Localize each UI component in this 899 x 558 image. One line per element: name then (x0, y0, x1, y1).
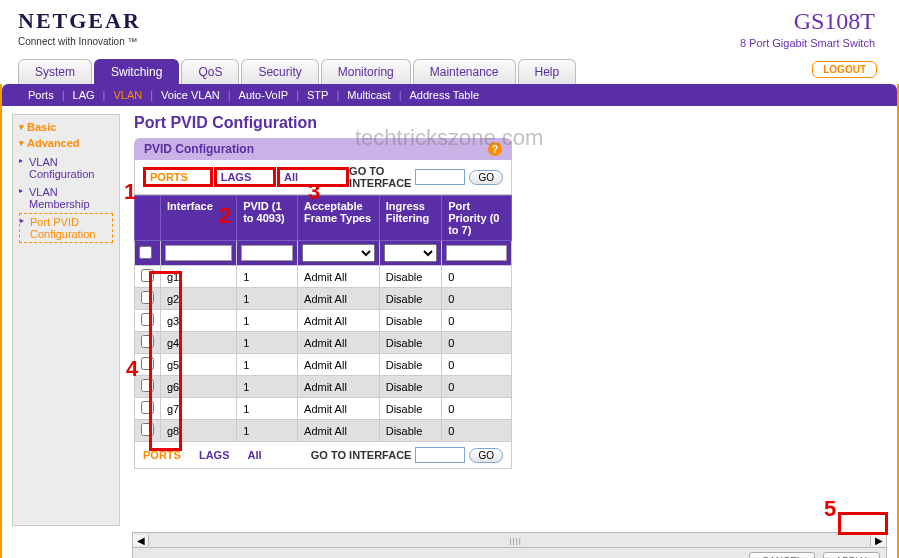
filter-frame-select[interactable] (302, 244, 375, 262)
subnav-address-table[interactable]: Address Table (402, 89, 488, 101)
sidebar-item-vlan-configuration[interactable]: VLAN Configuration (19, 153, 113, 183)
cancel-button[interactable]: CANCEL (749, 552, 816, 558)
subnav-stp[interactable]: STP (299, 89, 336, 101)
sidebar-item-port-pvid[interactable]: Port PVID Configuration (19, 213, 113, 243)
go-button-bottom[interactable]: GO (469, 448, 503, 463)
tab-security[interactable]: Security (241, 59, 318, 84)
filter-row (135, 241, 512, 266)
row-checkbox[interactable] (141, 269, 154, 282)
row-checkbox[interactable] (141, 291, 154, 304)
page-title: Port PVID Configuration (134, 114, 887, 132)
table-row: g31Admit AllDisable0 (135, 310, 512, 332)
subnav-voice-vlan[interactable]: Voice VLAN (153, 89, 228, 101)
subnav-auto-voip[interactable]: Auto-VoIP (231, 89, 297, 101)
filter-bar-top: PORTS LAGS All GO TO INTERFACE GO (134, 160, 512, 195)
goto-label: GO TO INTERFACE (349, 165, 411, 189)
device-description: 8 Port Gigabit Smart Switch (740, 37, 875, 49)
device-model: GS108T (740, 8, 875, 35)
tab-maintenance[interactable]: Maintenance (413, 59, 516, 84)
subnav-ports[interactable]: Ports (20, 89, 62, 101)
subnav-lag[interactable]: LAG (65, 89, 103, 101)
filter-ingress-select[interactable] (384, 244, 437, 262)
logout-button[interactable]: LOGOUT (812, 61, 877, 78)
col-checkbox (135, 196, 161, 241)
panel-title: PVID Configuration (144, 142, 254, 156)
goto-input-bottom[interactable] (415, 447, 465, 463)
brand-block: NETGEAR Connect with Innovation ™ (18, 8, 141, 47)
main-tab-row: System Switching QoS Security Monitoring… (0, 59, 899, 84)
table-row: g21Admit AllDisable0 (135, 288, 512, 310)
filter-ports-bottom[interactable]: PORTS (143, 449, 181, 461)
apply-button[interactable]: APPLY (823, 552, 881, 558)
subnav-vlan[interactable]: VLAN (105, 89, 150, 101)
subnav-multicast[interactable]: Multicast (339, 89, 398, 101)
row-checkbox[interactable] (141, 357, 154, 370)
brand-tagline: Connect with Innovation ™ (18, 36, 141, 47)
col-frame-types: Acceptable Frame Types (298, 196, 380, 241)
tab-qos[interactable]: QoS (181, 59, 239, 84)
filter-all-bottom[interactable]: All (247, 449, 261, 461)
tab-system[interactable]: System (18, 59, 92, 84)
filter-interface[interactable] (165, 245, 232, 261)
go-button[interactable]: GO (469, 170, 503, 185)
table-row: g81Admit AllDisable0 (135, 420, 512, 442)
table-row: g41Admit AllDisable0 (135, 332, 512, 354)
sidebar: Basic Advanced VLAN Configuration VLAN M… (12, 114, 120, 526)
pvid-table: Interface PVID (1 to 4093) Acceptable Fr… (134, 195, 512, 442)
table-row: g71Admit AllDisable0 (135, 398, 512, 420)
scroll-left-arrow[interactable]: ◀ (133, 535, 149, 546)
tab-switching[interactable]: Switching (94, 59, 179, 84)
filter-bar-bottom: PORTS LAGS All GO TO INTERFACE GO (134, 442, 512, 469)
filter-all[interactable]: All (284, 171, 298, 183)
filter-lags[interactable]: LAGS (221, 171, 252, 183)
select-all-checkbox[interactable] (139, 246, 152, 259)
sub-nav: Ports| LAG| VLAN| Voice VLAN| Auto-VoIP|… (2, 84, 897, 106)
table-row: g11Admit AllDisable0 (135, 266, 512, 288)
row-checkbox[interactable] (141, 313, 154, 326)
row-checkbox[interactable] (141, 401, 154, 414)
filter-lags-bottom[interactable]: LAGS (199, 449, 230, 461)
scroll-right-arrow[interactable]: ▶ (870, 535, 886, 546)
col-pvid: PVID (1 to 4093) (237, 196, 298, 241)
sidebar-item-vlan-membership[interactable]: VLAN Membership (19, 183, 113, 213)
col-priority: Port Priority (0 to 7) (442, 196, 512, 241)
goto-input[interactable] (415, 169, 465, 185)
scroll-grip: |||| (510, 536, 522, 545)
main-panel: Port PVID Configuration PVID Configurati… (120, 114, 887, 526)
sidebar-section-basic[interactable]: Basic (19, 121, 113, 133)
device-block: GS108T 8 Port Gigabit Smart Switch (740, 8, 875, 49)
filter-priority[interactable] (446, 245, 507, 261)
col-interface: Interface (161, 196, 237, 241)
filter-pvid[interactable] (241, 245, 293, 261)
table-row: g61Admit AllDisable0 (135, 376, 512, 398)
horizontal-scrollbar[interactable]: ◀ |||| ▶ (132, 532, 887, 548)
goto-label-bottom: GO TO INTERFACE (311, 449, 412, 461)
tab-help[interactable]: Help (518, 59, 577, 84)
tab-monitoring[interactable]: Monitoring (321, 59, 411, 84)
brand-logo: NETGEAR (18, 8, 141, 34)
panel-header: PVID Configuration ? (134, 138, 512, 160)
help-icon[interactable]: ? (488, 142, 502, 156)
table-row: g51Admit AllDisable0 (135, 354, 512, 376)
sidebar-section-advanced[interactable]: Advanced (19, 137, 113, 149)
col-ingress: Ingress Filtering (379, 196, 441, 241)
action-bar: CANCEL APPLY (132, 548, 887, 558)
row-checkbox[interactable] (141, 379, 154, 392)
filter-ports[interactable]: PORTS (150, 171, 188, 183)
row-checkbox[interactable] (141, 423, 154, 436)
row-checkbox[interactable] (141, 335, 154, 348)
